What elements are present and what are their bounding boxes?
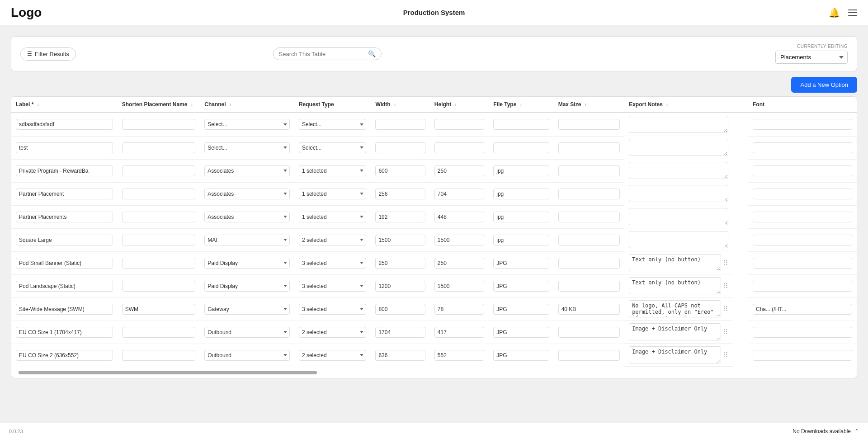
file-type-input[interactable] bbox=[493, 165, 549, 176]
shorten-input[interactable] bbox=[122, 327, 196, 338]
drag-handle-icon[interactable]: ⠿ bbox=[723, 282, 728, 290]
drag-handle-icon[interactable]: ⠿ bbox=[723, 259, 728, 267]
max-size-input[interactable] bbox=[558, 281, 620, 292]
label-input[interactable] bbox=[16, 327, 113, 338]
col-header-channel[interactable]: Channel ↕ bbox=[200, 97, 294, 113]
font-input[interactable] bbox=[753, 212, 852, 222]
width-input[interactable] bbox=[375, 119, 425, 130]
file-type-input[interactable] bbox=[493, 212, 549, 222]
export-notes-textarea[interactable] bbox=[629, 185, 728, 202]
export-notes-textarea[interactable] bbox=[629, 116, 728, 133]
col-header-height[interactable]: Height ↕ bbox=[430, 97, 489, 113]
font-input[interactable] bbox=[753, 119, 852, 130]
max-size-input[interactable] bbox=[558, 142, 620, 153]
channel-select[interactable]: Select...AssociatesMAIPaid DisplayGatewa… bbox=[204, 350, 290, 361]
col-header-file-type[interactable]: File Type ↕ bbox=[489, 97, 553, 113]
scrollbar-thumb[interactable] bbox=[19, 371, 317, 374]
request-type-select[interactable]: Select...1 selected2 selected3 selected bbox=[299, 119, 367, 130]
width-input[interactable] bbox=[375, 281, 425, 292]
font-input[interactable] bbox=[753, 189, 852, 199]
shorten-input[interactable] bbox=[122, 281, 196, 292]
drag-handle-icon[interactable]: ⠿ bbox=[723, 351, 728, 359]
drag-handle-icon[interactable]: ⠿ bbox=[723, 328, 728, 336]
label-input[interactable] bbox=[16, 304, 113, 315]
height-input[interactable] bbox=[434, 304, 484, 315]
col-header-shorten[interactable]: Shorten Placement Name ↕ bbox=[118, 97, 200, 113]
height-input[interactable] bbox=[434, 212, 484, 222]
shorten-input[interactable] bbox=[122, 235, 196, 245]
height-input[interactable] bbox=[434, 235, 484, 245]
font-input[interactable] bbox=[753, 142, 852, 153]
shorten-input[interactable] bbox=[122, 212, 196, 222]
font-input[interactable] bbox=[753, 304, 852, 315]
channel-select[interactable]: Select...AssociatesMAIPaid DisplayGatewa… bbox=[204, 281, 290, 292]
label-input[interactable] bbox=[16, 212, 113, 222]
width-input[interactable] bbox=[375, 258, 425, 269]
max-size-input[interactable] bbox=[558, 212, 620, 222]
request-type-select[interactable]: Select...1 selected2 selected3 selected bbox=[299, 235, 367, 245]
filter-button[interactable]: ☰ Filter Results bbox=[20, 47, 76, 61]
channel-select[interactable]: Select...AssociatesMAIPaid DisplayGatewa… bbox=[204, 142, 290, 153]
export-notes-textarea[interactable] bbox=[629, 277, 721, 294]
width-input[interactable] bbox=[375, 304, 425, 315]
label-input[interactable] bbox=[16, 258, 113, 269]
channel-select[interactable]: Select...AssociatesMAIPaid DisplayGatewa… bbox=[204, 258, 290, 269]
channel-select[interactable]: Select...AssociatesMAIPaid DisplayGatewa… bbox=[204, 212, 290, 222]
font-input[interactable] bbox=[753, 235, 852, 245]
request-type-select[interactable]: Select...1 selected2 selected3 selected bbox=[299, 258, 367, 269]
height-input[interactable] bbox=[434, 281, 484, 292]
label-input[interactable] bbox=[16, 235, 113, 245]
file-type-input[interactable] bbox=[493, 258, 549, 269]
channel-select[interactable]: Select...AssociatesMAIPaid DisplayGatewa… bbox=[204, 235, 290, 245]
file-type-input[interactable] bbox=[493, 281, 549, 292]
height-input[interactable] bbox=[434, 189, 484, 199]
channel-select[interactable]: Select...AssociatesMAIPaid DisplayGatewa… bbox=[204, 327, 290, 338]
export-notes-textarea[interactable] bbox=[629, 208, 728, 225]
export-notes-textarea[interactable] bbox=[629, 139, 728, 156]
width-input[interactable] bbox=[375, 165, 425, 176]
font-input[interactable] bbox=[753, 165, 852, 176]
width-input[interactable] bbox=[375, 327, 425, 338]
export-notes-textarea[interactable] bbox=[629, 346, 721, 363]
currently-editing-select[interactable]: Placements Campaigns Creatives bbox=[775, 51, 848, 64]
shorten-input[interactable] bbox=[122, 142, 196, 153]
font-input[interactable] bbox=[753, 327, 852, 338]
shorten-input[interactable] bbox=[122, 350, 196, 361]
max-size-input[interactable] bbox=[558, 119, 620, 130]
file-type-input[interactable] bbox=[493, 189, 549, 199]
font-input[interactable] bbox=[753, 258, 852, 269]
width-input[interactable] bbox=[375, 235, 425, 245]
request-type-select[interactable]: Select...1 selected2 selected3 selected bbox=[299, 165, 367, 176]
file-type-input[interactable] bbox=[493, 304, 549, 315]
font-input[interactable] bbox=[753, 281, 852, 292]
file-type-input[interactable] bbox=[493, 119, 549, 130]
export-notes-textarea[interactable] bbox=[629, 254, 721, 271]
label-input[interactable] bbox=[16, 165, 113, 176]
request-type-select[interactable]: Select...1 selected2 selected3 selected bbox=[299, 142, 367, 153]
width-input[interactable] bbox=[375, 212, 425, 222]
drag-handle-icon[interactable]: ⠿ bbox=[723, 305, 728, 313]
max-size-input[interactable] bbox=[558, 327, 620, 338]
shorten-input[interactable] bbox=[122, 119, 196, 130]
label-input[interactable] bbox=[16, 119, 113, 130]
export-notes-textarea[interactable] bbox=[629, 323, 721, 340]
channel-select[interactable]: Select...AssociatesMAIPaid DisplayGatewa… bbox=[204, 304, 290, 315]
height-input[interactable] bbox=[434, 165, 484, 176]
horizontal-scrollbar[interactable] bbox=[11, 367, 857, 378]
request-type-select[interactable]: Select...1 selected2 selected3 selected bbox=[299, 304, 367, 315]
shorten-input[interactable] bbox=[122, 304, 196, 315]
channel-select[interactable]: Select...AssociatesMAIPaid DisplayGatewa… bbox=[204, 119, 290, 130]
export-notes-textarea[interactable] bbox=[629, 231, 728, 248]
col-header-label[interactable]: Label * ↕ bbox=[11, 97, 118, 113]
height-input[interactable] bbox=[434, 350, 484, 361]
request-type-select[interactable]: Select...1 selected2 selected3 selected bbox=[299, 189, 367, 199]
height-input[interactable] bbox=[434, 142, 484, 153]
max-size-input[interactable] bbox=[558, 189, 620, 199]
export-notes-textarea[interactable] bbox=[629, 162, 728, 179]
request-type-select[interactable]: Select...1 selected2 selected3 selected bbox=[299, 212, 367, 222]
channel-select[interactable]: Select...AssociatesMAIPaid DisplayGatewa… bbox=[204, 165, 290, 176]
request-type-select[interactable]: Select...1 selected2 selected3 selected bbox=[299, 281, 367, 292]
search-input[interactable] bbox=[279, 51, 368, 57]
height-input[interactable] bbox=[434, 327, 484, 338]
channel-select[interactable]: Select...AssociatesMAIPaid DisplayGatewa… bbox=[204, 189, 290, 199]
